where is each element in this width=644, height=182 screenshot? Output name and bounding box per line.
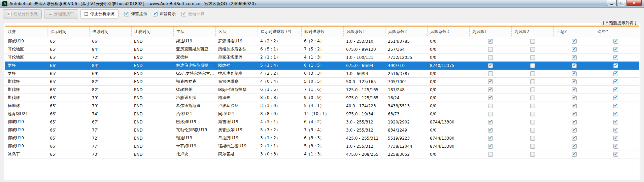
popup-alert-checkbox[interactable] — [124, 12, 129, 16]
hit-checkbox[interactable] — [613, 152, 618, 157]
hit-checkbox[interactable] — [613, 96, 618, 100]
cell-finished — [553, 78, 595, 85]
finished-checkbox[interactable] — [572, 136, 577, 141]
hit-checkbox[interactable] — [613, 71, 618, 76]
column-header-home[interactable]: 主队 — [173, 27, 215, 37]
high_risk1-checkbox[interactable] — [488, 63, 493, 68]
column-header-goal_time[interactable]: 进球时间 — [89, 27, 131, 37]
high_risk1-checkbox[interactable] — [488, 128, 493, 133]
table-row[interactable]: 斯伐杯65′82′END福克西罗克布雷佐维察4（0：4）5（0：5）50.0 -… — [5, 78, 639, 86]
table-row[interactable]: 哥伦地区65′84′END亚历克西斯加西亚恩维加多后备队6（5：1）7（5：2）… — [5, 45, 639, 53]
table-row[interactable]: 斯伐杯65′79′END塔赫诺瓦採梅泽夫8（0：8）9（0：9）975.0 - … — [5, 94, 639, 102]
table-row[interactable]: 德地杯65′79′END希尔德斯海姆卢波马提尼3（3：0）5（4：1）40.0 … — [5, 102, 639, 110]
finished-checkbox[interactable] — [572, 96, 577, 100]
high_risk1-checkbox[interactable] — [488, 152, 493, 157]
finished-checkbox[interactable] — [572, 144, 577, 149]
table-row[interactable]: 挪威U1966′77′END卡芬姆U19诺斯特兰德U192（1：1）5（3：2）… — [5, 142, 639, 150]
finished-checkbox[interactable] — [572, 104, 577, 108]
table-row[interactable]: 罗杯66′84′END林达伯史特范斯提图纳裡5（1：4）6（1：5）675.0 … — [5, 62, 639, 70]
hit-checkbox[interactable] — [613, 55, 618, 60]
finished-checkbox[interactable] — [572, 112, 577, 116]
high_risk1-checkbox[interactable] — [488, 47, 493, 52]
column-header-risk1[interactable]: 风险系数1 — [343, 27, 385, 37]
high_risk1-checkbox[interactable] — [488, 112, 493, 116]
column-header-tip_score[interactable]: 提示时进球数 (*) — [258, 27, 301, 37]
finished-checkbox[interactable] — [572, 87, 577, 92]
hit-checkbox[interactable] — [613, 144, 618, 149]
table-row[interactable]: 挪威U1965′66′END斯达U19罗森博格U194（2：2）6（2：4）1.… — [5, 37, 639, 45]
table-row[interactable]: 挪威U1965′72′END瑞迪U19乌拉恩U193（1：2）6（3：3）425… — [5, 134, 639, 142]
maximize-button[interactable] — [617, 0, 626, 6]
high_risk2-checkbox[interactable] — [530, 63, 535, 68]
finished-checkbox[interactable] — [572, 71, 577, 76]
finished-checkbox[interactable] — [572, 55, 577, 60]
cloud-compute-checkbox[interactable] — [181, 12, 186, 16]
table-row[interactable]: 挪威U1965′67′END巴洛姆U19斯吉德U194（3：1）6（4：2）3.… — [5, 118, 639, 126]
high_risk1-checkbox[interactable] — [488, 79, 493, 84]
column-header-live_score[interactable]: 即时进球数 — [301, 27, 343, 37]
column-header-match_time[interactable]: 比赛时间 — [131, 27, 173, 37]
high_risk2-checkbox[interactable] — [530, 71, 535, 76]
table-row[interactable]: 越青锦U2166′74′END清化U21同塔U218（8：0）11（10：1）9… — [5, 110, 639, 118]
high_risk1-checkbox[interactable] — [488, 104, 493, 108]
hit-checkbox[interactable] — [613, 39, 618, 44]
high_risk1-checkbox[interactable] — [488, 87, 493, 92]
minimize-button[interactable] — [607, 0, 617, 6]
hit-checkbox[interactable] — [613, 128, 618, 133]
finished-checkbox[interactable] — [572, 152, 577, 157]
hit-checkbox[interactable] — [613, 104, 618, 108]
high_risk2-checkbox[interactable] — [530, 96, 535, 100]
high_risk1-checkbox[interactable] — [488, 39, 493, 44]
start-analysis-button[interactable]: ▶ 启动分析系统 — [3, 9, 42, 19]
high_risk2-checkbox[interactable] — [530, 144, 535, 149]
table-row[interactable]: 斯伐杯65′82′ENDOSK拉伯国际巴迪斯拉华6（1：5）7（1：6）725.… — [5, 86, 639, 94]
high_risk2-checkbox[interactable] — [530, 39, 535, 44]
finished-checkbox[interactable] — [572, 47, 577, 52]
high_risk1-checkbox[interactable] — [488, 136, 493, 141]
table-row[interactable]: 罗杯65′69′ENDGS吉罗特尔塔尔古...拉米库瓦尔塞4（2：2）6（3：3… — [5, 70, 639, 78]
high_risk2-checkbox[interactable] — [530, 128, 535, 133]
close-button[interactable]: ✕ — [626, 0, 642, 6]
finished-checkbox[interactable] — [572, 128, 577, 133]
column-header-high_risk1[interactable]: 高风险1 — [469, 27, 511, 37]
high_risk1-checkbox[interactable] — [488, 120, 493, 124]
finished-checkbox[interactable] — [572, 120, 577, 124]
high_risk2-checkbox[interactable] — [530, 87, 535, 92]
hit-checkbox[interactable] — [613, 79, 618, 84]
high_risk1-checkbox[interactable] — [488, 71, 493, 76]
high_risk2-checkbox[interactable] — [530, 47, 535, 52]
hit-checkbox[interactable] — [613, 136, 618, 141]
high_risk1-checkbox[interactable] — [488, 144, 493, 149]
high_risk1-checkbox[interactable] — [488, 96, 493, 100]
high_risk2-checkbox[interactable] — [530, 55, 535, 60]
high_risk2-checkbox[interactable] — [530, 79, 535, 84]
high_risk2-checkbox[interactable] — [530, 136, 535, 141]
table-row[interactable]: 哥伦地区65′72′END麦德林皇家圣塔里奥2（1：1）4（1：3）1.0 - … — [5, 53, 639, 62]
finished-checkbox[interactable] — [572, 39, 577, 44]
hit-checkbox[interactable] — [613, 112, 618, 116]
high_risk2-checkbox[interactable] — [530, 104, 535, 108]
column-header-risk2[interactable]: 风险系数2 — [385, 27, 427, 37]
cloud-connect-button[interactable]: ☁ 云端连接中 — [44, 9, 78, 19]
hit-checkbox[interactable] — [613, 120, 618, 124]
high_risk1-checkbox[interactable] — [488, 55, 493, 60]
stop-analysis-button[interactable]: 停止分析系统 — [80, 9, 118, 19]
hit-checkbox[interactable] — [613, 63, 618, 68]
table-row[interactable]: 挪威U1966′77′END瓦勒伦加B队U19奥普沙尔U195（3：2）7（3：… — [5, 126, 639, 134]
high_risk2-checkbox[interactable] — [530, 120, 535, 124]
column-header-high_risk2[interactable]: 高风险2 — [511, 27, 553, 37]
hit-checkbox[interactable] — [613, 87, 618, 92]
column-header-away[interactable]: 客队 — [215, 27, 258, 37]
sound-alert-checkbox[interactable] — [153, 12, 158, 16]
column-header-risk3[interactable]: 风险系数3 — [427, 27, 469, 37]
column-header-league[interactable]: 联赛 — [5, 27, 47, 37]
hit-checkbox[interactable] — [613, 47, 618, 52]
finished-checkbox[interactable] — [572, 63, 577, 68]
table-row[interactable]: 冰岛丁65′73′END托卢坎阿尔霍斯3（0：3）4（1：3）475.0 - 2… — [5, 150, 639, 158]
high_risk2-checkbox[interactable] — [530, 152, 535, 157]
column-header-hit[interactable]: 命中? — [595, 27, 636, 37]
column-header-tip_time[interactable]: 提示时间 — [47, 27, 89, 37]
finished-checkbox[interactable] — [572, 79, 577, 84]
high_risk2-checkbox[interactable] — [530, 112, 535, 116]
column-header-finished[interactable]: 完场? — [553, 27, 595, 37]
